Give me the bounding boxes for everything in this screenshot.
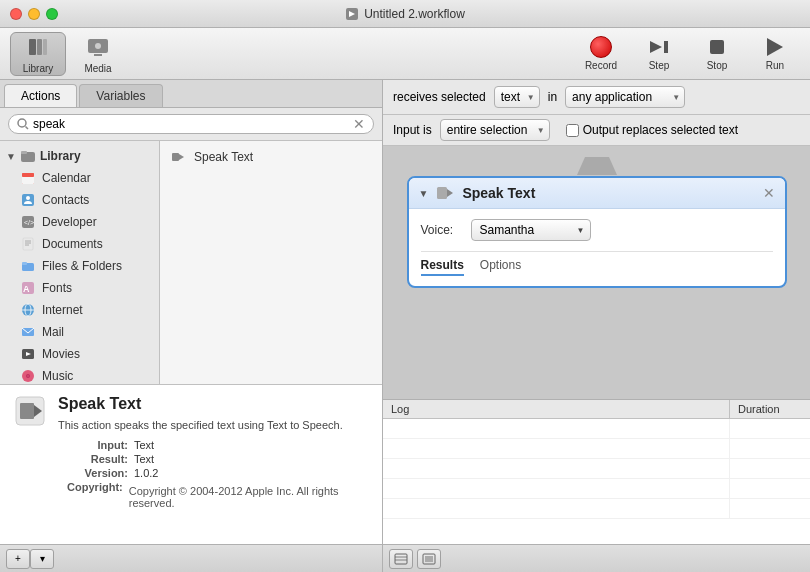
remove-action-button[interactable]: ▾ xyxy=(30,549,54,569)
calendar-label: Calendar xyxy=(42,171,91,185)
tab-options[interactable]: Options xyxy=(480,258,521,276)
input-is-select[interactable]: entire selection xyxy=(440,119,550,141)
sidebar-item-movies[interactable]: Movies xyxy=(0,343,159,365)
svg-rect-13 xyxy=(21,151,27,154)
step-svg xyxy=(648,36,670,58)
log-cell-2-1 xyxy=(383,439,730,458)
contacts-icon xyxy=(20,192,36,208)
svg-rect-54 xyxy=(395,554,407,564)
titlebar: Untitled 2.workflow xyxy=(0,0,810,28)
view-buttons: Library Media xyxy=(10,32,126,76)
svg-line-11 xyxy=(26,127,29,130)
run-shape xyxy=(767,38,783,56)
log-row-1 xyxy=(383,419,810,439)
in-label: in xyxy=(548,90,557,104)
left-bottom-toolbar: + ▾ xyxy=(0,544,382,572)
output-replaces-checkbox[interactable] xyxy=(566,124,579,137)
svg-rect-52 xyxy=(437,187,447,199)
svg-rect-58 xyxy=(425,556,433,562)
search-input[interactable] xyxy=(33,117,349,131)
stop-label: Stop xyxy=(707,60,728,71)
svg-point-18 xyxy=(26,196,30,200)
sidebar-item-music[interactable]: Music xyxy=(0,365,159,384)
tab-variables[interactable]: Variables xyxy=(79,84,162,107)
info-action-icon xyxy=(14,395,46,427)
tabs-bar: Actions Variables xyxy=(0,80,382,108)
svg-rect-50 xyxy=(20,403,34,419)
internet-label: Internet xyxy=(42,303,83,317)
sidebar-item-internet[interactable]: Internet xyxy=(0,299,159,321)
log-cell-1-2 xyxy=(730,419,810,438)
workflow-icon xyxy=(345,7,359,21)
files-label: Files & Folders xyxy=(42,259,122,273)
svg-point-10 xyxy=(18,119,26,127)
action-block-close-icon[interactable]: ✕ xyxy=(763,185,775,201)
log-detail-button[interactable] xyxy=(417,549,441,569)
speak-text-icon xyxy=(170,149,186,165)
action-tabs: Results Options xyxy=(421,251,773,276)
log-list-button[interactable] xyxy=(389,549,413,569)
documents-label: Documents xyxy=(42,237,103,251)
main-toolbar: Library Media Record Step xyxy=(0,28,810,80)
action-collapse-icon[interactable]: ▼ xyxy=(419,188,429,199)
sidebar-item-calendar[interactable]: Calendar xyxy=(0,167,159,189)
application-select[interactable]: any application xyxy=(565,86,685,108)
action-block-body: Voice: Samantha Results Options xyxy=(409,209,785,286)
receives-select[interactable]: text xyxy=(494,86,540,108)
log-rows xyxy=(383,419,810,519)
library-folder-icon xyxy=(20,148,36,164)
log-cell-3-2 xyxy=(730,459,810,478)
contacts-label: Contacts xyxy=(42,193,89,207)
speak-text-block: ▼ Speak Text ✕ Voice: Samantha xyxy=(407,176,787,288)
output-replaces-label: Output replaces selected text xyxy=(566,123,738,137)
media-icon xyxy=(84,33,112,61)
input-is-select-wrap: entire selection xyxy=(440,119,550,141)
sidebar-item-developer[interactable]: </> Developer xyxy=(0,211,159,233)
voice-select[interactable]: Samantha xyxy=(471,219,591,241)
step-button[interactable]: Step xyxy=(634,32,684,76)
tab-results[interactable]: Results xyxy=(421,258,464,276)
sidebar-item-documents[interactable]: Documents xyxy=(0,233,159,255)
sidebar-item-fonts[interactable]: A Fonts xyxy=(0,277,159,299)
svg-text:</>: </> xyxy=(24,219,34,226)
log-cell-1-1 xyxy=(383,419,730,438)
library-button[interactable]: Library xyxy=(10,32,66,76)
tab-actions[interactable]: Actions xyxy=(4,84,77,107)
media-svg xyxy=(86,35,110,59)
search-clear-icon[interactable]: ✕ xyxy=(353,117,365,131)
action-item-speak-text[interactable]: Speak Text xyxy=(160,145,382,169)
svg-rect-21 xyxy=(23,238,33,250)
left-panel: Actions Variables ✕ ▼ xyxy=(0,80,383,572)
log-row-5 xyxy=(383,499,810,519)
log-cell-5-2 xyxy=(730,499,810,518)
record-label: Record xyxy=(585,60,617,71)
copyright-label: Copyright: xyxy=(58,481,123,509)
svg-rect-4 xyxy=(43,39,47,55)
media-button[interactable]: Media xyxy=(70,32,126,76)
right-panel: receives selected text in any applicatio… xyxy=(383,80,810,572)
info-row-copyright: Copyright: Copyright © 2004-2012 Apple I… xyxy=(58,481,368,509)
stop-icon xyxy=(706,36,728,58)
window-controls[interactable] xyxy=(10,8,58,20)
movies-label: Movies xyxy=(42,347,80,361)
sidebar-item-mail[interactable]: Mail xyxy=(0,321,159,343)
info-row-result: Result: Text xyxy=(58,453,368,465)
library-icon xyxy=(24,33,52,61)
library-header[interactable]: ▼ Library xyxy=(0,145,159,167)
search-bar: ✕ xyxy=(0,108,382,141)
close-button[interactable] xyxy=(10,8,22,20)
svg-rect-16 xyxy=(22,173,34,177)
minimize-button[interactable] xyxy=(28,8,40,20)
voice-label: Voice: xyxy=(421,223,461,237)
sidebar-item-files[interactable]: Files & Folders xyxy=(0,255,159,277)
add-action-button[interactable]: + xyxy=(6,549,30,569)
sidebar-item-contacts[interactable]: Contacts xyxy=(0,189,159,211)
svg-marker-48 xyxy=(179,154,184,160)
maximize-button[interactable] xyxy=(46,8,58,20)
music-label: Music xyxy=(42,369,73,383)
run-button[interactable]: Run xyxy=(750,32,800,76)
record-button[interactable]: Record xyxy=(576,32,626,76)
svg-point-6 xyxy=(95,43,101,49)
log-list-icon xyxy=(394,552,408,566)
stop-button[interactable]: Stop xyxy=(692,32,742,76)
